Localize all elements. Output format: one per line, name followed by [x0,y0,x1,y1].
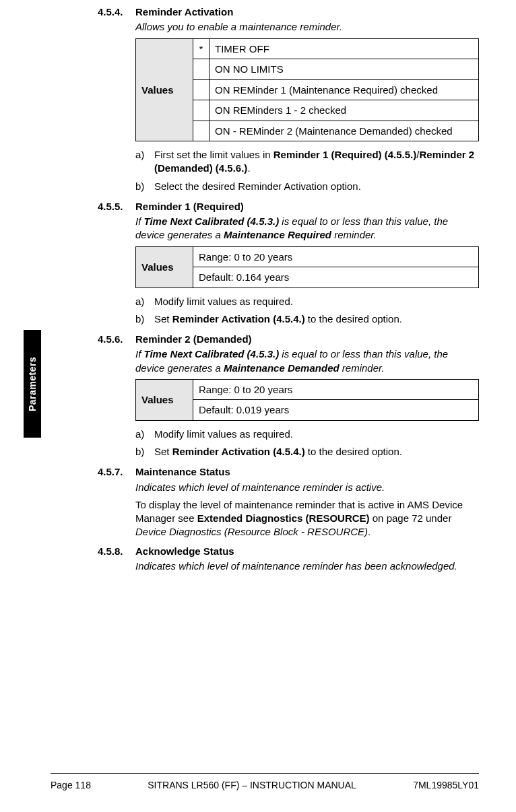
table-label-cell: Values [136,38,193,141]
section-description: Indicates which level of maintenance rem… [135,481,479,494]
page-footer: Page 118 SITRANS LR560 (FF) – INSTRUCTIO… [51,773,479,792]
reference-link: Reminder 1 (Required) (4.5.5.) [273,149,417,160]
section-4-5-5: 4.5.5. Reminder 1 (Required) If Time Nex… [98,200,479,326]
reference-link: Reminder Activation (4.5.4.) [172,446,305,457]
values-table: Values * TIMER OFF ON NO LIMITS ON REMin… [135,38,479,142]
section-title: Reminder 2 (Demanded) [135,333,479,346]
table-label-cell: Values [136,246,193,287]
reference-link: Extended Diagnostics (RESOURCE) [197,512,370,524]
section-paragraph: To display the level of maintenance remi… [135,498,479,539]
value-option: TIMER OFF [209,38,479,59]
value-option: ON REMinder 1 (Maintenance Required) che… [209,79,479,100]
default-marker-empty [193,79,209,100]
step-text: Set [154,446,172,457]
section-number: 4.5.7. [98,465,135,479]
value-option: ON REMinders 1 - 2 checked [209,100,479,121]
section-4-5-7: 4.5.7. Maintenance Status Indicates whic… [98,465,479,539]
section-number: 4.5.8. [98,545,135,558]
section-4-5-8: 4.5.8. Acknowledge Status Indicates whic… [98,545,479,574]
emphasis: Maintenance Required [224,229,331,240]
step-text: to the desired option. [305,313,402,325]
table-label-cell: Values [136,379,193,420]
list-item: b) Select the desired Reminder Activatio… [135,180,479,193]
reference-link: Time Next Calibrated (4.5.3.) [144,215,280,227]
default-marker-empty [193,121,209,141]
step-list: a) First set the limit values in Reminde… [135,148,479,193]
reference-link: Reminder Activation (4.5.4.) [172,313,305,325]
footer-doc-id: 7ML19985LY01 [413,779,479,792]
section-description: Indicates which level of maintenance rem… [135,560,479,573]
emphasis: Device Diagnostics (Resource Block - RES… [135,526,368,537]
list-marker: a) [135,148,154,176]
list-item: a) First set the limit values in Reminde… [135,148,479,176]
step-text: Modify limit values as required. [154,428,479,441]
section-number: 4.5.4. [98,5,135,19]
footer-manual-title: SITRANS LR560 (FF) – INSTRUCTION MANUAL [148,779,356,792]
section-title: Reminder 1 (Required) [135,200,479,213]
values-table: Values Range: 0 to 20 years Default: 0.1… [135,246,479,288]
default-marker-empty [193,59,209,80]
list-marker: b) [135,312,154,326]
list-marker: a) [135,295,154,308]
default-cell: Default: 0.164 years [193,267,479,288]
section-title: Acknowledge Status [135,545,479,558]
section-description: If Time Next Calibrated (4.5.3.) is equa… [135,215,479,242]
section-description: If Time Next Calibrated (4.5.3.) is equa… [135,347,479,375]
step-text: Set [154,313,172,325]
values-table: Values Range: 0 to 20 years Default: 0.0… [135,379,479,421]
default-marker-empty [193,100,209,121]
section-number: 4.5.6. [98,333,135,346]
step-text: First set the limit values in [154,149,273,160]
range-cell: Range: 0 to 20 years [193,379,479,400]
list-item: b) Set Reminder Activation (4.5.4.) to t… [135,312,479,326]
default-cell: Default: 0.019 years [193,400,479,421]
step-text: to the desired option. [305,446,402,457]
list-marker: b) [135,180,154,193]
side-tab-parameters: Parameters [24,330,41,438]
range-cell: Range: 0 to 20 years [193,246,479,267]
reference-link: Time Next Calibrated (4.5.3.) [144,348,280,360]
step-list: a) Modify limit values as required. b) S… [135,428,479,459]
section-title: Maintenance Status [135,465,479,479]
footer-page-number: Page 118 [51,779,91,792]
section-description: Allows you to enable a maintenance remin… [135,20,479,34]
section-4-5-6: 4.5.6. Reminder 2 (Demanded) If Time Nex… [98,333,479,459]
list-item: a) Modify limit values as required. [135,295,479,308]
main-content: 4.5.4. Reminder Activation Allows you to… [98,5,479,578]
list-marker: a) [135,428,154,441]
step-list: a) Modify limit values as required. b) S… [135,295,479,327]
value-option: ON - REMinder 2 (Maintenance Demanded) c… [209,121,479,141]
list-item: b) Set Reminder Activation (4.5.4.) to t… [135,445,479,459]
step-text: Modify limit values as required. [154,295,479,308]
section-4-5-4: 4.5.4. Reminder Activation Allows you to… [98,5,479,193]
step-text: . [247,162,250,174]
value-option: ON NO LIMITS [209,59,479,80]
section-title: Reminder Activation [135,5,479,19]
step-text: Select the desired Reminder Activation o… [154,180,479,193]
emphasis: Maintenance Demanded [224,362,340,374]
section-number: 4.5.5. [98,200,135,213]
list-marker: b) [135,445,154,459]
default-marker: * [193,38,209,59]
list-item: a) Modify limit values as required. [135,428,479,441]
